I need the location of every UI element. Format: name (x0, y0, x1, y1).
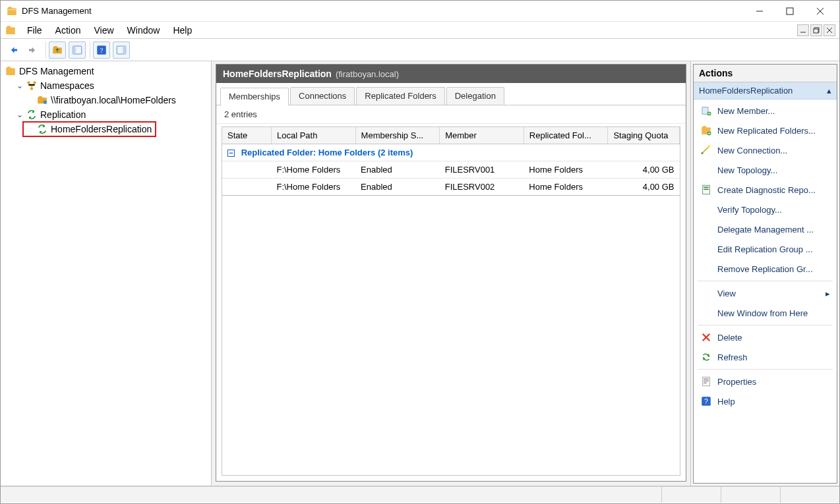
action-edit-replication-group[interactable]: Edit Replication Group ... (694, 239, 837, 259)
action-new-member[interactable]: New Member... (694, 101, 837, 121)
action-label: New Replicated Folders... (717, 126, 816, 136)
tree-root-label: DFS Management (19, 66, 94, 76)
action-label: Create Diagnostic Repo... (717, 185, 816, 195)
details-title: HomeFoldersReplication (223, 69, 332, 79)
group-row[interactable]: − Replicated Folder: Home Folders (2 ite… (222, 144, 680, 161)
minimize-button[interactable] (744, 1, 775, 21)
cell-member: FILESRV001 (440, 161, 524, 179)
svg-point-23 (702, 152, 704, 154)
mmc-icon (5, 24, 16, 36)
show-actions-button[interactable] (113, 42, 130, 59)
action-label: Delete (717, 333, 742, 343)
cell-replicated-folder: Home Folders (524, 179, 608, 196)
svg-point-18 (44, 100, 47, 103)
col-replicated-folder[interactable]: Replicated Fol... (524, 127, 608, 144)
group-label: Replicated Folder: Home Folders (2 items… (241, 148, 413, 157)
action-new-replicated-folders[interactable]: New Replicated Folders... (694, 121, 837, 140)
status-cell-1 (661, 487, 721, 503)
table-row[interactable]: F:\Home Folders Enabled FILESRV001 Home … (222, 161, 680, 179)
action-new-window[interactable]: New Window from Here (694, 303, 837, 323)
cell-state (222, 161, 271, 179)
tree-namespaces[interactable]: ⌄ Namespaces (13, 78, 210, 93)
status-cell-2 (721, 487, 780, 503)
svg-point-17 (30, 87, 34, 90)
collapse-arrow-icon[interactable]: ▴ (827, 86, 831, 96)
folders-add-icon (700, 125, 712, 136)
tree-replication-group-label: HomeFoldersReplication (51, 124, 152, 134)
tree-replication[interactable]: ⌄ Replication (13, 107, 210, 122)
server-add-icon (700, 105, 712, 117)
chevron-down-icon[interactable]: ⌄ (15, 81, 24, 90)
show-hide-tree-button[interactable] (69, 42, 86, 59)
col-state[interactable]: State (222, 127, 271, 144)
cell-replicated-folder: Home Folders (524, 161, 608, 179)
action-label: Verify Topology... (717, 205, 782, 215)
action-new-connection[interactable]: New Connection... (694, 140, 837, 160)
tree-pane[interactable]: DFS Management ⌄ Namespaces \\firatboyan… (1, 61, 212, 486)
menu-help[interactable]: Help (166, 23, 198, 38)
actions-context[interactable]: HomeFoldersReplication ▴ (694, 82, 837, 99)
cell-membership-status: Enabled (355, 179, 440, 196)
chevron-down-icon[interactable]: ⌄ (15, 110, 24, 119)
svg-rect-1 (787, 8, 793, 14)
mdi-restore-button[interactable] (810, 24, 822, 36)
maximize-button[interactable] (775, 1, 805, 21)
svg-text:?: ? (100, 46, 104, 53)
window-title: DFS Management (22, 6, 744, 16)
mdi-minimize-button[interactable] (797, 24, 809, 36)
details-context: (firatboyan.local) (336, 69, 399, 79)
close-button[interactable] (805, 1, 835, 21)
status-cell-3 (780, 487, 839, 503)
memberships-grid[interactable]: State Local Path Membership S... Member … (222, 127, 680, 196)
action-refresh[interactable]: Refresh (694, 347, 837, 367)
col-local-path[interactable]: Local Path (271, 127, 355, 144)
action-help[interactable]: ? Help (694, 391, 837, 411)
action-label: Help (717, 397, 735, 406)
action-delete[interactable]: Delete (694, 327, 837, 347)
up-folder-button[interactable] (49, 42, 66, 59)
col-member[interactable]: Member (440, 127, 524, 144)
action-label: New Member... (717, 106, 775, 116)
help-icon: ? (700, 395, 712, 407)
menu-window[interactable]: Window (121, 23, 167, 38)
mdi-close-button[interactable] (824, 24, 835, 36)
tree-namespace-item[interactable]: \\firatboyan.local\HomeFolders (23, 93, 210, 107)
action-view[interactable]: View ▸ (694, 283, 837, 303)
titlebar: DFS Management (1, 1, 839, 22)
tab-delegation[interactable]: Delegation (446, 87, 504, 105)
menu-file[interactable]: File (20, 23, 49, 38)
action-create-diagnostic-report[interactable]: Create Diagnostic Repo... (694, 180, 837, 200)
action-label: Delegate Management ... (717, 225, 814, 235)
action-remove-replication-group[interactable]: Remove Replication Gr... (694, 259, 837, 279)
action-verify-topology[interactable]: Verify Topology... (694, 200, 837, 219)
table-row[interactable]: F:\Home Folders Enabled FILESRV002 Home … (222, 179, 680, 196)
tab-memberships[interactable]: Memberships (220, 88, 289, 105)
actions-context-label: HomeFoldersReplication (699, 86, 793, 96)
help-button[interactable]: ? (93, 42, 110, 59)
chevron-right-icon: ▸ (825, 289, 830, 298)
col-staging-quota[interactable]: Staging Quota (608, 127, 680, 144)
action-properties[interactable]: Properties (694, 372, 837, 391)
menu-action[interactable]: Action (49, 23, 88, 38)
tab-connections[interactable]: Connections (290, 87, 355, 105)
svg-rect-29 (704, 381, 709, 382)
report-icon (700, 184, 712, 196)
col-membership-status[interactable]: Membership S... (355, 127, 440, 144)
action-label: Refresh (717, 352, 748, 362)
action-delegate-management[interactable]: Delegate Management ... (694, 219, 837, 239)
action-new-topology[interactable]: New Topology... (694, 160, 837, 180)
tree-root[interactable]: DFS Management (2, 64, 210, 78)
forward-button[interactable] (24, 42, 42, 59)
dfs-icon (5, 65, 16, 77)
tree-replication-group[interactable]: HomeFoldersReplication (23, 122, 156, 136)
blank-icon (700, 243, 712, 255)
menu-view[interactable]: View (87, 23, 120, 38)
tab-replicated-folders[interactable]: Replicated Folders (356, 87, 444, 105)
svg-rect-10 (73, 46, 76, 54)
svg-rect-25 (704, 187, 709, 188)
divider (698, 325, 833, 325)
svg-rect-28 (704, 379, 709, 380)
collapse-icon[interactable]: − (227, 150, 235, 157)
back-button[interactable] (5, 42, 22, 59)
share-icon (36, 94, 48, 106)
